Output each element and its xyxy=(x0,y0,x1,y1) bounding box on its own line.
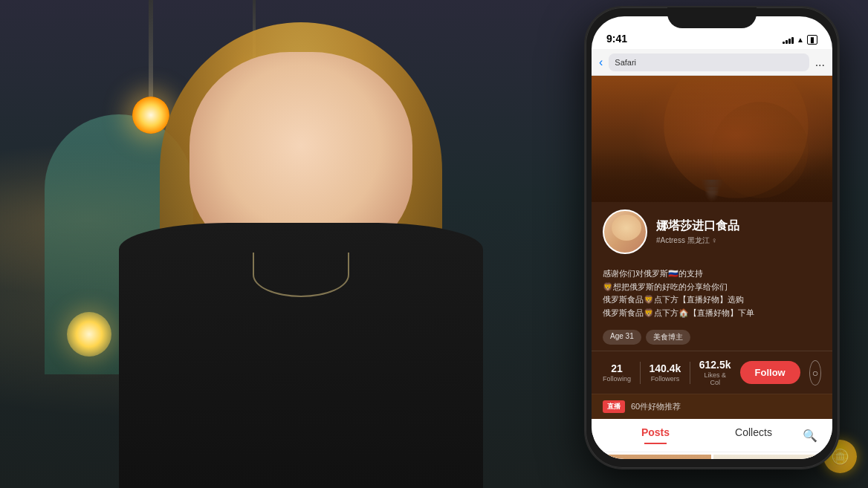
post-item[interactable]: Set Top ▶ xyxy=(594,455,711,459)
likes-count: 612.5k xyxy=(699,359,731,371)
browser-url-bar[interactable]: Safari xyxy=(609,53,809,71)
post-item[interactable]: Set Top ▶ xyxy=(713,455,831,459)
following-label: Following xyxy=(603,375,631,383)
profile-name-area: 娜塔莎进口食品 #Actress 黑龙江 ♀ xyxy=(656,218,821,246)
person-necklace xyxy=(253,253,349,297)
phone-notch xyxy=(667,7,757,28)
stat-following[interactable]: 21 Following xyxy=(603,362,631,383)
status-icons: ▲ ▮ xyxy=(783,35,817,45)
browser-url-text: Safari xyxy=(615,58,636,67)
tag-age: Age 31 xyxy=(603,330,641,345)
profile-bio: 感谢你们对俄罗斯🇷🇺的支持 🦁想把俄罗斯的好吃的分享给你们 俄罗斯食品🦁点下方【… xyxy=(592,261,832,325)
likes-label: Likes & Col xyxy=(699,371,731,386)
profile-content[interactable]: 娜塔莎进口食品 #Actress 黑龙江 ♀ 感谢你们对俄罗斯🇷🇺的支持 🦁想把… xyxy=(592,76,832,459)
avatar xyxy=(603,209,647,254)
profile-name: 娜塔莎进口食品 xyxy=(656,218,821,234)
wifi-icon: ▲ xyxy=(797,36,804,44)
followers-label: Followers xyxy=(649,375,681,383)
battery-icon: ▮ xyxy=(807,35,817,45)
message-icon: ○ xyxy=(812,367,818,379)
message-button[interactable]: ○ xyxy=(809,360,821,385)
profile-tags: Age 31 美食博主 xyxy=(592,325,832,351)
profile-info-bar: 娜塔莎进口食品 #Actress 黑龙江 ♀ xyxy=(592,202,832,261)
browser-more-button[interactable]: ... xyxy=(815,56,825,69)
live-text: 60件好物推荐 xyxy=(631,401,681,412)
ceiling-light-left xyxy=(149,0,153,134)
browser-back-button[interactable]: ‹ xyxy=(599,56,603,69)
profile-stats-row: 21 Following 140.4k Followers 612.5k Lik… xyxy=(592,351,832,394)
bio-line-3: 俄罗斯食品🦁点下方【直播好物】选购 xyxy=(603,293,821,307)
live-badge: 直播 xyxy=(603,400,625,413)
follow-button[interactable]: Follow xyxy=(740,361,800,384)
signal-icon xyxy=(783,36,794,44)
live-banner[interactable]: 直播 60件好物推荐 xyxy=(592,394,832,419)
posts-section: Posts Collects 🔍 Set Top ▶ xyxy=(592,419,832,459)
wall-light xyxy=(67,312,111,357)
status-time: 9:41 xyxy=(606,33,627,45)
phone-screen: 9:41 ▲ ▮ ‹ Safari ... xyxy=(592,16,832,459)
profile-sub-info: #Actress 黑龙江 ♀ xyxy=(656,235,821,246)
phone-frame: 9:41 ▲ ▮ ‹ Safari ... xyxy=(586,7,838,468)
posts-tabs: Posts Collects 🔍 xyxy=(592,419,832,452)
tag-category: 美食博主 xyxy=(646,330,690,345)
bio-line-1: 感谢你们对俄罗斯🇷🇺的支持 xyxy=(603,267,821,281)
stat-followers[interactable]: 140.4k Followers xyxy=(649,362,681,383)
following-count: 21 xyxy=(603,362,631,374)
followers-count: 140.4k xyxy=(649,362,681,374)
search-icon[interactable]: 🔍 xyxy=(803,429,817,443)
phone-mockup: 9:41 ▲ ▮ ‹ Safari ... xyxy=(578,7,846,479)
stat-likes[interactable]: 612.5k Likes & Col xyxy=(699,359,731,386)
browser-bar[interactable]: ‹ Safari ... xyxy=(592,49,832,76)
bio-line-2: 🦁想把俄罗斯的好吃的分享给你们 xyxy=(603,281,821,294)
tab-posts[interactable]: Posts xyxy=(606,426,705,444)
bio-line-4: 俄罗斯食品🦁点下方🏠【直播好物】下单 xyxy=(603,307,821,320)
posts-grid: Set Top ▶ xyxy=(592,452,832,459)
tab-collects[interactable]: Collects xyxy=(705,426,803,444)
